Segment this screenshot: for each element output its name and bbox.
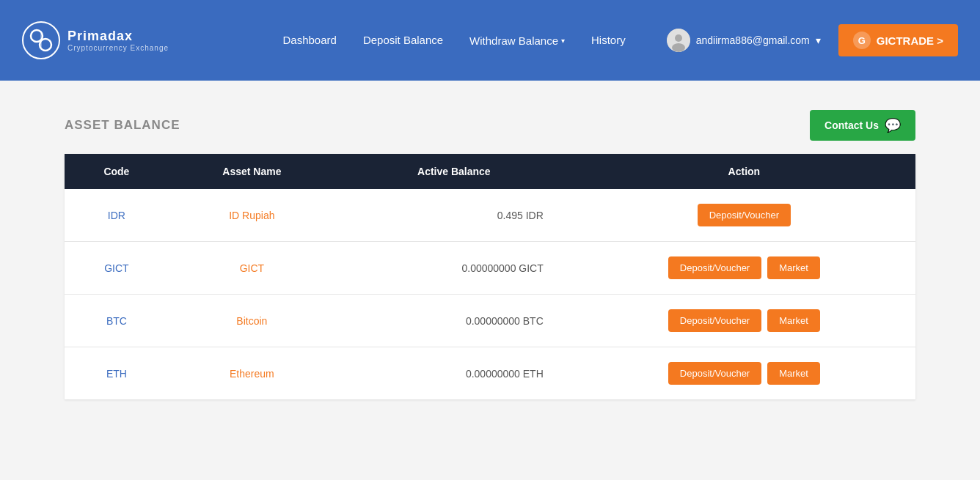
cell-code: BTC <box>65 295 169 347</box>
section-header: ASSET BALANCE Contact Us 💬 <box>65 110 915 141</box>
cell-code: GICT <box>65 242 169 295</box>
history-link[interactable]: History <box>591 34 626 46</box>
user-avatar-icon <box>667 29 690 52</box>
nav-links: Dashboard Deposit Balance Withdraw Balan… <box>282 29 820 52</box>
nav-history[interactable]: History <box>591 34 626 47</box>
avatar <box>667 29 690 52</box>
cell-name: GICT <box>169 242 335 295</box>
gictrade-button[interactable]: G GICTRADE > <box>838 24 958 56</box>
action-btn-group: Deposit/Voucher <box>588 204 901 226</box>
deposit-voucher-button[interactable]: Deposit/Voucher <box>668 309 761 332</box>
table-row: IDRID Rupiah0.495 IDRDeposit/Voucher <box>65 189 915 242</box>
cell-balance: 0.00000000 GICT <box>335 242 573 295</box>
table-header-row: Code Asset Name Active Balance Action <box>65 154 915 189</box>
cell-balance: 0.00000000 ETH <box>335 347 573 400</box>
action-btn-group: Deposit/VoucherMarket <box>588 309 901 332</box>
nav-user[interactable]: andiirma886@gmail.com ▾ <box>652 29 821 52</box>
deposit-voucher-button[interactable]: Deposit/Voucher <box>698 204 791 226</box>
withdraw-balance-label: Withdraw Balance <box>469 34 558 47</box>
svg-point-6 <box>672 43 685 52</box>
svg-point-5 <box>675 34 682 42</box>
cell-code: IDR <box>65 189 169 242</box>
cell-action: Deposit/VoucherMarket <box>573 242 915 295</box>
action-btn-group: Deposit/VoucherMarket <box>588 256 901 279</box>
nav-withdraw-balance[interactable]: Withdraw Balance ▾ <box>469 34 565 47</box>
cell-action: Deposit/VoucherMarket <box>573 347 915 400</box>
withdraw-balance-dropdown[interactable]: Withdraw Balance ▾ <box>469 34 565 47</box>
brand-name: Primadax <box>67 29 169 44</box>
gictrade-icon: G <box>853 32 871 49</box>
cell-code: ETH <box>65 347 169 400</box>
cell-name: Ethereum <box>169 347 335 400</box>
contact-us-label: Contact Us <box>824 119 879 131</box>
action-btn-group: Deposit/VoucherMarket <box>588 362 901 385</box>
cell-name: Bitcoin <box>169 295 335 347</box>
cell-action: Deposit/Voucher <box>573 189 915 242</box>
brand-logo-icon <box>22 21 60 59</box>
brand-text: Primadax Cryptocurrency Exchange <box>67 29 169 52</box>
market-button[interactable]: Market <box>767 256 820 279</box>
deposit-balance-link[interactable]: Deposit Balance <box>363 34 443 46</box>
brand-logo-area: Primadax Cryptocurrency Exchange <box>22 21 169 59</box>
gictrade-label: GICTRADE > <box>877 34 943 47</box>
col-active-balance: Active Balance <box>335 154 573 189</box>
cell-name: ID Rupiah <box>169 189 335 242</box>
nav-dashboard[interactable]: Dashboard <box>282 34 336 47</box>
chevron-down-icon: ▾ <box>561 37 565 45</box>
deposit-voucher-button[interactable]: Deposit/Voucher <box>668 256 761 279</box>
brand-subtitle: Cryptocurrency Exchange <box>67 44 169 52</box>
main-content: ASSET BALANCE Contact Us 💬 Code Asset Na… <box>50 81 930 429</box>
cell-balance: 0.495 IDR <box>335 189 573 242</box>
col-action: Action <box>573 154 915 189</box>
user-chevron-down-icon: ▾ <box>816 34 821 46</box>
user-menu[interactable]: andiirma886@gmail.com ▾ <box>667 29 821 52</box>
table-row: GICTGICT0.00000000 GICTDeposit/VoucherMa… <box>65 242 915 295</box>
contact-us-button[interactable]: Contact Us 💬 <box>810 110 915 141</box>
table-row: ETHEthereum0.00000000 ETHDeposit/Voucher… <box>65 347 915 400</box>
table-row: BTCBitcoin0.00000000 BTCDeposit/VoucherM… <box>65 295 915 347</box>
cell-action: Deposit/VoucherMarket <box>573 295 915 347</box>
table-body: IDRID Rupiah0.495 IDRDeposit/VoucherGICT… <box>65 189 915 399</box>
whatsapp-icon: 💬 <box>885 117 901 133</box>
cell-balance: 0.00000000 BTC <box>335 295 573 347</box>
nav-deposit-balance[interactable]: Deposit Balance <box>363 34 443 47</box>
navbar: Primadax Cryptocurrency Exchange Dashboa… <box>0 0 980 81</box>
table-header: Code Asset Name Active Balance Action <box>65 154 915 189</box>
section-title: ASSET BALANCE <box>65 118 180 133</box>
market-button[interactable]: Market <box>767 309 820 332</box>
deposit-voucher-button[interactable]: Deposit/Voucher <box>668 362 761 385</box>
col-code: Code <box>65 154 169 189</box>
user-email: andiirma886@gmail.com <box>696 34 810 46</box>
asset-table: Code Asset Name Active Balance Action ID… <box>65 154 915 399</box>
dashboard-link[interactable]: Dashboard <box>282 34 336 46</box>
col-asset-name: Asset Name <box>169 154 335 189</box>
market-button[interactable]: Market <box>767 362 820 385</box>
